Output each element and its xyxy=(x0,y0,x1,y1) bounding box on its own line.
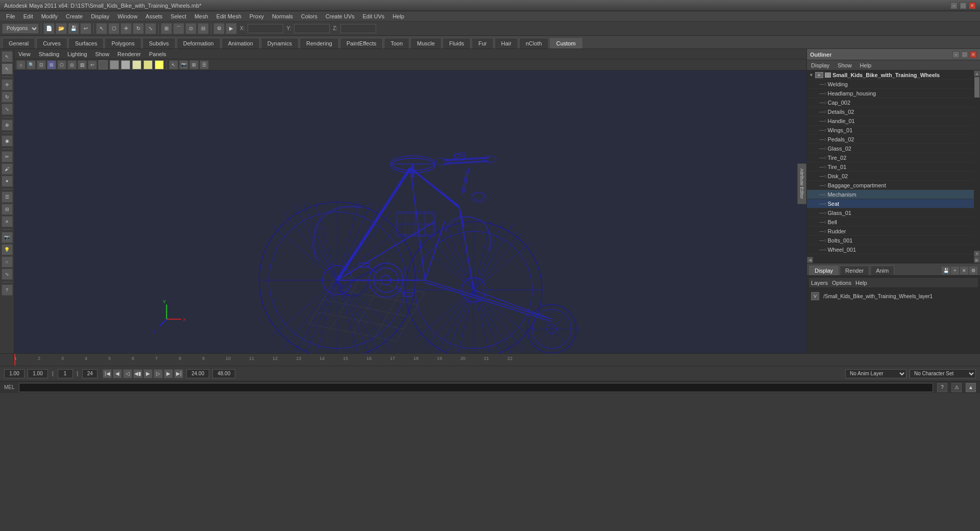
menu-create-uvs[interactable]: Create UVs xyxy=(322,12,359,20)
outliner-show-menu[interactable]: Show xyxy=(836,61,854,69)
vp-color-2[interactable] xyxy=(110,60,119,69)
start-frame-input[interactable] xyxy=(4,369,24,378)
anim-layers-button[interactable]: ≡ xyxy=(2,216,13,227)
tab-muscle[interactable]: Muscle xyxy=(410,38,442,49)
sculpt-button[interactable]: ✏ xyxy=(2,151,13,162)
goto-end-button[interactable]: ▶| xyxy=(174,369,183,378)
menu-select[interactable]: Select xyxy=(166,12,190,20)
current-frame-input[interactable] xyxy=(28,369,48,378)
tab-fluids[interactable]: Fluids xyxy=(443,38,471,49)
outliner-maximize-button[interactable]: □ xyxy=(961,51,968,58)
list-item[interactable]: —○ Headlamp_housing xyxy=(807,89,974,98)
tab-surfaces[interactable]: Surfaces xyxy=(68,38,104,49)
list-item[interactable]: —○ Tire_01 xyxy=(807,162,974,172)
tab-fur[interactable]: Fur xyxy=(472,38,494,49)
vp-frame-all[interactable]: ⊡ xyxy=(37,60,46,69)
minimize-button[interactable]: − xyxy=(950,2,958,9)
vp-smooth[interactable]: ⬡ xyxy=(57,60,66,69)
y-value-input[interactable] xyxy=(294,24,330,33)
snap-to-point[interactable]: ⊙ xyxy=(185,23,197,34)
camera-button[interactable]: 📷 xyxy=(2,232,13,243)
layers-submenu[interactable]: Layers xyxy=(811,280,828,286)
list-item[interactable]: —○ Tire_02 xyxy=(807,153,974,162)
goto-start-button[interactable]: |◀ xyxy=(103,369,112,378)
list-item[interactable]: —○ Glass_01 xyxy=(807,208,974,218)
viewport-lighting-menu[interactable]: Lighting xyxy=(65,50,89,58)
lasso-tool[interactable]: ⬡ xyxy=(108,23,119,34)
help-icon[interactable]: ? xyxy=(937,383,947,392)
help-submenu[interactable]: Help xyxy=(855,280,867,286)
list-item[interactable]: —○ Baggage_compartment xyxy=(807,181,974,190)
lr-tab-display[interactable]: Display xyxy=(809,266,839,275)
layer-options-button[interactable]: ⚙ xyxy=(969,266,978,275)
character-set-select[interactable]: No Character Set xyxy=(910,369,976,378)
render-settings[interactable]: ⚙ xyxy=(213,23,225,34)
open-scene-button[interactable]: 📂 xyxy=(56,23,67,34)
vp-xray[interactable]: ◎ xyxy=(67,60,77,69)
vp-wireframe[interactable]: ⊞ xyxy=(47,60,56,69)
vp-color-1[interactable] xyxy=(99,60,108,69)
layer-add-button[interactable]: + xyxy=(950,266,960,275)
layer-save-button[interactable]: 💾 xyxy=(941,266,950,275)
select-tool[interactable]: ↖ xyxy=(96,23,107,34)
tab-animation[interactable]: Animation xyxy=(222,38,260,49)
list-item[interactable]: —○ Disk_02 xyxy=(807,172,974,181)
end-display-input[interactable] xyxy=(82,369,97,378)
list-item[interactable]: —○ Mechanism xyxy=(807,190,974,199)
expand-script-button[interactable]: ▲ xyxy=(966,383,976,392)
tab-hair[interactable]: Hair xyxy=(495,38,518,49)
maximize-button[interactable]: □ xyxy=(960,2,967,9)
hscroll-left-button[interactable]: ◀ xyxy=(807,257,813,263)
menu-help[interactable]: Help xyxy=(388,12,408,20)
menu-proxy[interactable]: Proxy xyxy=(246,12,268,20)
play-forward-button[interactable]: ▶ xyxy=(143,369,153,378)
viewport-show-menu[interactable]: Show xyxy=(93,50,112,58)
question-button[interactable]: ? xyxy=(2,284,13,296)
outliner-display-menu[interactable]: Display xyxy=(809,61,831,69)
frame-marker-input[interactable] xyxy=(58,369,73,378)
list-item[interactable]: —○ Seat xyxy=(807,199,974,208)
lr-tab-anim[interactable]: Anim xyxy=(870,266,894,275)
list-item[interactable]: —○ Bolts_001 xyxy=(807,236,974,245)
close-button[interactable]: ✕ xyxy=(969,2,976,9)
vp-grid-toggle[interactable]: ⊞ xyxy=(189,60,199,69)
menu-mesh[interactable]: Mesh xyxy=(190,12,212,20)
total-frames-input[interactable] xyxy=(212,369,235,378)
layer-visibility-button[interactable]: V xyxy=(811,292,819,300)
outliner-help-menu[interactable]: Help xyxy=(858,61,874,69)
soft-select-button[interactable]: ◉ xyxy=(2,135,13,147)
menu-edit[interactable]: Edit xyxy=(19,12,37,20)
paint-button[interactable]: 🖌 xyxy=(2,163,13,175)
tab-general[interactable]: General xyxy=(2,38,35,49)
light-button[interactable]: 💡 xyxy=(2,244,13,255)
outliner-close-button[interactable]: ✕ xyxy=(970,51,977,58)
menu-assets[interactable]: Assets xyxy=(141,12,166,20)
vp-select-cam[interactable]: ↖ xyxy=(169,60,178,69)
paint-select-button[interactable]: ↖ xyxy=(2,63,13,75)
tab-polygons[interactable]: Polygons xyxy=(105,38,141,49)
outliner-root-item[interactable]: ▼ ≡ □ Small_Kids_Bike_with_Training_Whee… xyxy=(807,70,974,80)
tab-subdivs[interactable]: Subdivs xyxy=(142,38,176,49)
x-value-input[interactable] xyxy=(248,24,283,33)
next-key-button[interactable]: ▷ xyxy=(154,369,163,378)
list-item[interactable]: —○ Wheel_001 xyxy=(807,245,974,254)
render-layers-button[interactable]: ⊟ xyxy=(2,204,13,215)
menu-modify[interactable]: Modify xyxy=(37,12,62,20)
hscroll-track[interactable] xyxy=(813,257,974,263)
menu-window[interactable]: Window xyxy=(113,12,141,20)
play-back-button[interactable]: ◀▮ xyxy=(133,369,142,378)
scroll-up-button[interactable]: ▲ xyxy=(974,70,980,77)
vp-color-3[interactable] xyxy=(121,60,130,69)
hscroll-right-button[interactable]: ▶ xyxy=(974,257,980,263)
menu-display[interactable]: Display xyxy=(87,12,113,20)
viewport-shading-menu[interactable]: Shading xyxy=(37,50,61,58)
anim-layer-select[interactable]: No Anim Layer xyxy=(845,369,906,378)
list-item[interactable]: —○ Welding xyxy=(807,80,974,89)
scroll-track[interactable] xyxy=(974,77,980,251)
lr-tab-render[interactable]: Render xyxy=(840,266,869,275)
outliner-scrollbar[interactable]: ▲ ▼ xyxy=(974,70,980,257)
list-item[interactable]: —○ Cap_002 xyxy=(807,98,974,107)
snap-to-grid[interactable]: ⊞ xyxy=(161,23,172,34)
viewport-panels-menu[interactable]: Panels xyxy=(147,50,168,58)
timeline-track[interactable]: 1 2 3 4 5 6 7 8 9 10 11 12 13 14 15 16 1… xyxy=(14,354,980,366)
